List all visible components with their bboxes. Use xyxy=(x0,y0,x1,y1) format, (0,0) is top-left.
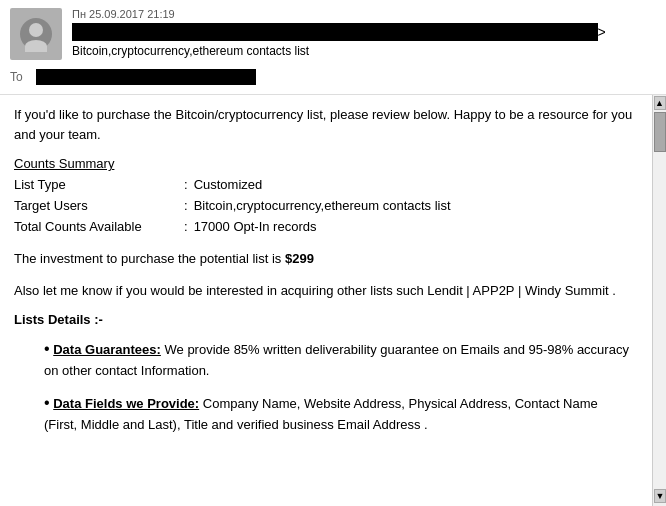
avatar xyxy=(10,8,62,60)
scrollbar[interactable]: ▲ ▼ xyxy=(652,95,666,506)
bullet-icon-2: • xyxy=(44,394,50,411)
investment-text-before: The investment to purchase the potential… xyxy=(14,251,285,266)
separator: : xyxy=(184,196,188,217)
bullet-data-fields: • Data Fields we Provide: Company Name, … xyxy=(14,391,634,435)
counts-value-targetusers: Bitcoin,cryptocurrency,ethereum contacts… xyxy=(194,196,451,217)
investment-text: The investment to purchase the potential… xyxy=(14,249,634,269)
bullet-data-guarantees: • Data Guarantees: We provide 85% writte… xyxy=(14,337,634,381)
to-label: To xyxy=(10,70,30,84)
sender-email-bar: > xyxy=(72,23,598,41)
investment-price: $299 xyxy=(285,251,314,266)
bullet-content-2: • Data Fields we Provide: Company Name, … xyxy=(14,391,634,435)
counts-summary-title: Counts Summary xyxy=(14,156,634,171)
counts-value-totalcounts: 17000 Opt-In records xyxy=(194,217,317,238)
also-text: Also let me know if you would be interes… xyxy=(14,281,634,301)
bullet-title-2: Data Fields we Provide: xyxy=(53,396,199,411)
sender-row: Пн 25.09.2017 21:19 > Bitcoin,cryptocurr… xyxy=(10,8,656,60)
subject-line: Bitcoin,cryptocurrency,ethereum contacts… xyxy=(72,44,656,58)
counts-label-listtype: List Type xyxy=(14,175,184,196)
separator: : xyxy=(184,217,188,238)
counts-row: Target Users : Bitcoin,cryptocurrency,et… xyxy=(14,196,634,217)
email-container: Пн 25.09.2017 21:19 > Bitcoin,cryptocurr… xyxy=(0,0,666,506)
sender-info: Пн 25.09.2017 21:19 > Bitcoin,cryptocurr… xyxy=(72,8,656,58)
lists-details-title: Lists Details :- xyxy=(14,312,634,327)
to-row: To xyxy=(10,66,656,88)
sender-meta: Пн 25.09.2017 21:19 xyxy=(72,8,656,20)
separator: : xyxy=(184,175,188,196)
bullet-icon-1: • xyxy=(44,340,50,357)
scrollbar-up-button[interactable]: ▲ xyxy=(654,96,666,110)
counts-summary-section: Counts Summary List Type : Customized Ta… xyxy=(14,156,634,237)
email-body[interactable]: ▲ ▼ If you'd like to purchase the Bitcoi… xyxy=(0,95,666,506)
counts-label-targetusers: Target Users xyxy=(14,196,184,217)
email-header: Пн 25.09.2017 21:19 > Bitcoin,cryptocurr… xyxy=(0,0,666,95)
scrollbar-thumb[interactable] xyxy=(654,112,666,152)
counts-label-totalcounts: Total Counts Available xyxy=(14,217,184,238)
counts-row: List Type : Customized xyxy=(14,175,634,196)
content-area: If you'd like to purchase the Bitcoin/cr… xyxy=(14,105,652,434)
scrollbar-down-button[interactable]: ▼ xyxy=(654,489,666,503)
bullet-title-1: Data Guarantees: xyxy=(53,342,161,357)
intro-text: If you'd like to purchase the Bitcoin/cr… xyxy=(14,105,634,144)
to-bar xyxy=(36,69,256,85)
arrow-right-icon: > xyxy=(597,24,605,40)
counts-value-listtype: Customized xyxy=(194,175,263,196)
bullet-content-1: • Data Guarantees: We provide 85% writte… xyxy=(14,337,634,381)
avatar-icon xyxy=(20,18,52,50)
counts-row: Total Counts Available : 17000 Opt-In re… xyxy=(14,217,634,238)
